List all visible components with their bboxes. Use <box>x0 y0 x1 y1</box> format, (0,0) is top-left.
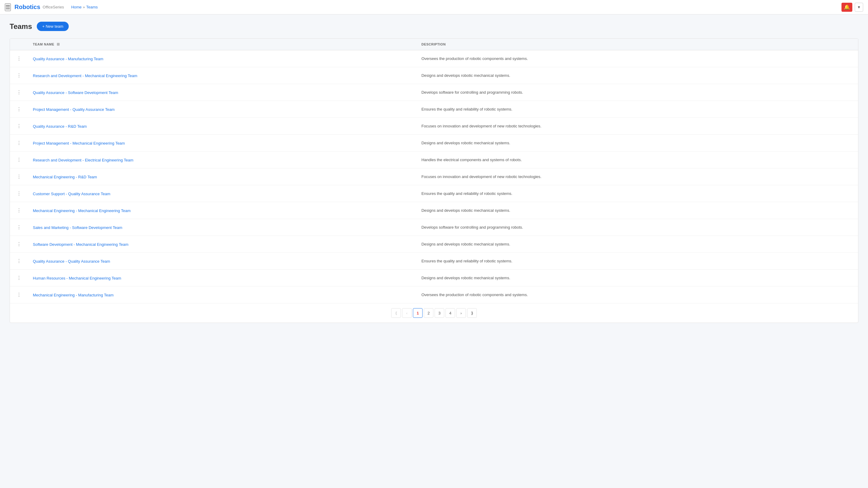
row-context-menu-button[interactable]: ⋮ <box>16 71 23 79</box>
breadcrumb-current: Teams <box>86 5 98 9</box>
row-menu-cell: ⋮ <box>10 185 28 202</box>
team-name-link[interactable]: Mechanical Engineering - R&D Team <box>33 175 97 179</box>
team-name-link[interactable]: Quality Assurance - Quality Assurance Te… <box>33 259 110 264</box>
main-content: Teams + New team TEAM NAME ⊞ DESCRIPTION… <box>0 14 868 330</box>
row-description-cell: Designs and develops robotic mechanical … <box>416 236 858 253</box>
table-row: ⋮Research and Development - Electrical E… <box>10 152 858 168</box>
teams-table-container: TEAM NAME ⊞ DESCRIPTION ⋮Quality Assuran… <box>10 38 858 323</box>
row-menu-cell: ⋮ <box>10 152 28 168</box>
row-context-menu-button[interactable]: ⋮ <box>16 173 23 181</box>
column-header-name: TEAM NAME ⊞ <box>28 38 416 50</box>
row-menu-cell: ⋮ <box>10 287 28 303</box>
column-header-menu <box>10 38 28 50</box>
team-name-link[interactable]: Project Management - Quality Assurance T… <box>33 107 115 112</box>
row-menu-cell: ⋮ <box>10 135 28 152</box>
pagination-page-4-button[interactable]: 4 <box>445 308 455 318</box>
row-context-menu-button[interactable]: ⋮ <box>16 139 23 147</box>
team-name-link[interactable]: Mechanical Engineering - Mechanical Engi… <box>33 208 130 213</box>
row-description-cell: Ensures the quality and reliability of r… <box>416 101 858 118</box>
row-menu-cell: ⋮ <box>10 202 28 219</box>
row-menu-cell: ⋮ <box>10 168 28 185</box>
row-menu-cell: ⋮ <box>10 236 28 253</box>
row-context-menu-button[interactable]: ⋮ <box>16 257 23 265</box>
table-row: ⋮Quality Assurance - Software Developmen… <box>10 84 858 101</box>
row-menu-cell: ⋮ <box>10 270 28 287</box>
team-name-link[interactable]: Customer Support - Quality Assurance Tea… <box>33 192 110 196</box>
row-name-cell: Quality Assurance - Quality Assurance Te… <box>28 253 416 270</box>
row-name-cell: Human Resources - Mechanical Engineering… <box>28 270 416 287</box>
pagination-page-3-button[interactable]: 3 <box>435 308 444 318</box>
table-row: ⋮Software Development - Mechanical Engin… <box>10 236 858 253</box>
row-context-menu-button[interactable]: ⋮ <box>16 240 23 248</box>
row-description-cell: Handles the electrical components and sy… <box>416 152 858 168</box>
team-name-link[interactable]: Quality Assurance - Software Development… <box>33 90 118 95</box>
pagination-first-button[interactable]: ⟪ <box>391 308 401 318</box>
team-name-link[interactable]: Research and Development - Mechanical En… <box>33 73 137 78</box>
team-name-link[interactable]: Sales and Marketing - Software Developme… <box>33 225 122 230</box>
row-context-menu-button[interactable]: ⋮ <box>16 105 23 113</box>
row-name-cell: Customer Support - Quality Assurance Tea… <box>28 185 416 202</box>
row-name-cell: Research and Development - Electrical En… <box>28 152 416 168</box>
team-name-link[interactable]: Research and Development - Electrical En… <box>33 158 133 162</box>
navbar-right: 🔔 ▼ <box>841 3 863 12</box>
team-name-link[interactable]: Project Management - Mechanical Engineer… <box>33 141 125 145</box>
row-context-menu-button[interactable]: ⋮ <box>16 88 23 96</box>
row-name-cell: Project Management - Quality Assurance T… <box>28 101 416 118</box>
team-name-link[interactable]: Quality Assurance - R&D Team <box>33 124 87 129</box>
row-context-menu-button[interactable]: ⋮ <box>16 122 23 130</box>
row-menu-cell: ⋮ <box>10 50 28 67</box>
navbar: ☰ Robotics OfficeSeries Home » Teams 🔔 ▼ <box>0 0 868 14</box>
new-team-button[interactable]: + New team <box>37 22 69 31</box>
column-header-description: DESCRIPTION <box>416 38 858 50</box>
hamburger-menu-button[interactable]: ☰ <box>5 3 11 11</box>
table-row: ⋮Human Resources - Mechanical Engineerin… <box>10 270 858 287</box>
table-row: ⋮Project Management - Quality Assurance … <box>10 101 858 118</box>
pagination-prev-button[interactable]: ‹ <box>402 308 412 318</box>
team-name-link[interactable]: Quality Assurance - Manufacturing Team <box>33 57 103 61</box>
row-name-cell: Mechanical Engineering - R&D Team <box>28 168 416 185</box>
row-description-cell: Designs and develops robotic mechanical … <box>416 67 858 84</box>
row-description-cell: Oversees the production of robotic compo… <box>416 287 858 303</box>
teams-table: TEAM NAME ⊞ DESCRIPTION ⋮Quality Assuran… <box>10 38 858 303</box>
row-context-menu-button[interactable]: ⋮ <box>16 223 23 231</box>
table-row: ⋮Quality Assurance - R&D TeamFocuses on … <box>10 118 858 135</box>
row-description-cell: Develops software for controlling and pr… <box>416 84 858 101</box>
row-menu-cell: ⋮ <box>10 67 28 84</box>
row-context-menu-button[interactable]: ⋮ <box>16 55 23 63</box>
breadcrumb-separator: » <box>83 5 85 9</box>
breadcrumb: Home » Teams <box>71 5 98 9</box>
team-name-link[interactable]: Human Resources - Mechanical Engineering… <box>33 276 121 281</box>
pagination-page-2-button[interactable]: 2 <box>424 308 433 318</box>
row-context-menu-button[interactable]: ⋮ <box>16 190 23 198</box>
row-name-cell: Software Development - Mechanical Engine… <box>28 236 416 253</box>
row-description-cell: Oversees the production of robotic compo… <box>416 50 858 67</box>
table-row: ⋮Research and Development - Mechanical E… <box>10 67 858 84</box>
table-row: ⋮Quality Assurance - Manufacturing TeamO… <box>10 50 858 67</box>
row-description-cell: Designs and develops robotic mechanical … <box>416 135 858 152</box>
brand-name: Robotics <box>14 4 40 10</box>
row-description-cell: Focuses on innovation and development of… <box>416 118 858 135</box>
breadcrumb-home[interactable]: Home <box>71 5 82 9</box>
row-context-menu-button[interactable]: ⋮ <box>16 156 23 164</box>
pagination-page-1-button[interactable]: 1 <box>413 308 423 318</box>
filter-icon[interactable]: ⊞ <box>57 42 60 46</box>
user-dropdown-button[interactable]: ▼ <box>855 3 863 12</box>
row-description-cell: Develops software for controlling and pr… <box>416 219 858 236</box>
row-context-menu-button[interactable]: ⋮ <box>16 291 23 299</box>
pagination-last-button[interactable]: ⟫ <box>467 308 477 318</box>
pagination: ⟪ ‹ 1 2 3 4 › ⟫ <box>10 303 858 323</box>
row-context-menu-button[interactable]: ⋮ <box>16 274 23 282</box>
table-body: ⋮Quality Assurance - Manufacturing TeamO… <box>10 50 858 303</box>
row-context-menu-button[interactable]: ⋮ <box>16 206 23 215</box>
row-name-cell: Project Management - Mechanical Engineer… <box>28 135 416 152</box>
row-description-cell: Focuses on innovation and development of… <box>416 168 858 185</box>
page-header: Teams + New team <box>10 22 858 31</box>
notifications-button[interactable]: 🔔 <box>841 3 852 12</box>
team-name-link[interactable]: Mechanical Engineering - Manufacturing T… <box>33 293 114 297</box>
pagination-next-button[interactable]: › <box>456 308 466 318</box>
table-row: ⋮Mechanical Engineering - Mechanical Eng… <box>10 202 858 219</box>
row-name-cell: Mechanical Engineering - Mechanical Engi… <box>28 202 416 219</box>
row-name-cell: Quality Assurance - R&D Team <box>28 118 416 135</box>
team-name-link[interactable]: Software Development - Mechanical Engine… <box>33 242 128 247</box>
row-name-cell: Quality Assurance - Software Development… <box>28 84 416 101</box>
